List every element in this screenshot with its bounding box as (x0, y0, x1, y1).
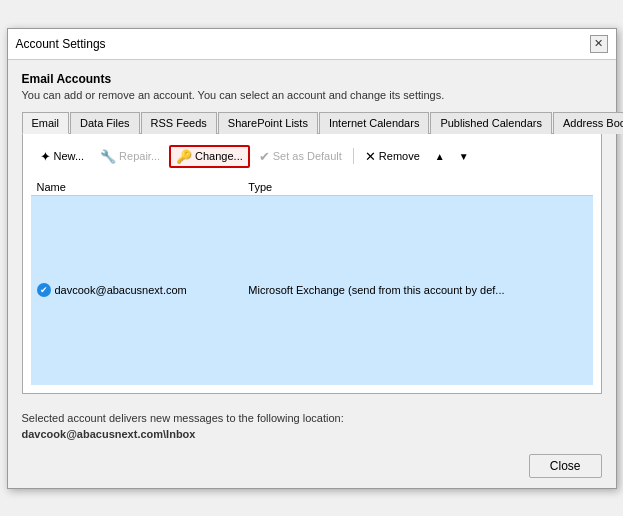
account-type-cell: Microsoft Exchange (send from this accou… (242, 195, 592, 385)
dialog-title: Account Settings (16, 37, 106, 51)
tab-sharepoint-lists[interactable]: SharePoint Lists (218, 112, 318, 134)
change-button-label: Change... (195, 150, 243, 162)
change-icon: 🔑 (176, 149, 192, 164)
set-default-label: Set as Default (273, 150, 342, 162)
footer-description: Selected account delivers new messages t… (22, 412, 602, 424)
col-name-header: Name (31, 179, 243, 196)
tab-content: ✦ New... 🔧 Repair... 🔑 Change... ✔ Set a… (22, 134, 602, 394)
account-settings-dialog: Account Settings ✕ Email Accounts You ca… (7, 28, 617, 489)
new-button-label: New... (54, 150, 85, 162)
set-default-button[interactable]: ✔ Set as Default (252, 145, 349, 168)
new-icon: ✦ (40, 149, 51, 164)
tab-bar: Email Data Files RSS Feeds SharePoint Li… (22, 111, 602, 134)
footer-section: Selected account delivers new messages t… (8, 402, 616, 448)
remove-button[interactable]: ✕ Remove (358, 145, 427, 168)
account-name: davcook@abacusnext.com (55, 284, 187, 296)
footer-location: davcook@abacusnext.com\Inbox (22, 428, 602, 440)
tab-data-files[interactable]: Data Files (70, 112, 140, 134)
new-button[interactable]: ✦ New... (33, 145, 92, 168)
change-button[interactable]: 🔑 Change... (169, 145, 250, 168)
toolbar-separator (353, 148, 354, 164)
title-bar: Account Settings ✕ (8, 29, 616, 60)
repair-button[interactable]: 🔧 Repair... (93, 145, 167, 168)
move-down-button[interactable]: ▼ (453, 148, 475, 165)
tab-address-books[interactable]: Address Books (553, 112, 623, 134)
dialog-footer: Close (8, 448, 616, 488)
repair-button-label: Repair... (119, 150, 160, 162)
remove-button-label: Remove (379, 150, 420, 162)
tab-email[interactable]: Email (22, 112, 70, 134)
section-description: You can add or remove an account. You ca… (22, 89, 602, 101)
move-up-button[interactable]: ▲ (429, 148, 451, 165)
section-title: Email Accounts (22, 72, 602, 86)
close-button[interactable]: Close (529, 454, 602, 478)
tab-internet-calendars[interactable]: Internet Calendars (319, 112, 430, 134)
window-close-button[interactable]: ✕ (590, 35, 608, 53)
table-row[interactable]: ✔ davcook@abacusnext.com Microsoft Excha… (31, 195, 593, 385)
set-default-icon: ✔ (259, 149, 270, 164)
remove-icon: ✕ (365, 149, 376, 164)
account-table: Name Type ✔ davcook@abacusnext.com Micro… (31, 179, 593, 385)
tab-rss-feeds[interactable]: RSS Feeds (141, 112, 217, 134)
col-type-header: Type (242, 179, 592, 196)
email-icon: ✔ (37, 283, 51, 297)
repair-icon: 🔧 (100, 149, 116, 164)
account-name-cell: ✔ davcook@abacusnext.com (31, 195, 243, 385)
toolbar: ✦ New... 🔧 Repair... 🔑 Change... ✔ Set a… (31, 142, 593, 171)
dialog-body: Email Accounts You can add or remove an … (8, 60, 616, 402)
tab-published-calendars[interactable]: Published Calendars (430, 112, 552, 134)
